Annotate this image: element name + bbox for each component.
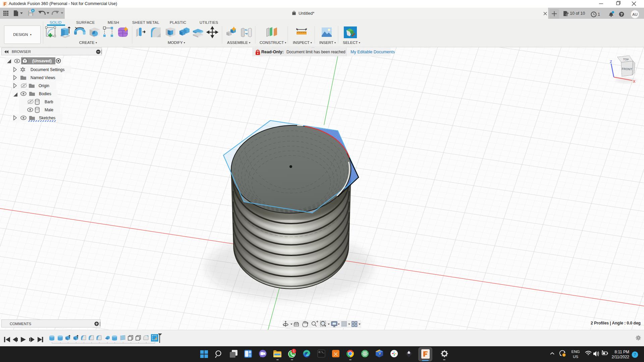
svg-text:Origin: Origin — [39, 83, 49, 88]
svg-text:TOP: TOP — [623, 57, 629, 61]
svg-text:Sketches: Sketches — [39, 116, 55, 120]
svg-text:Bodies: Bodies — [39, 92, 51, 96]
svg-text:?: ? — [621, 12, 623, 16]
svg-text:Named Views: Named Views — [31, 75, 55, 80]
svg-text:AU: AU — [632, 12, 637, 16]
svg-text:8:11 PM: 8:11 PM — [614, 350, 629, 354]
svg-text:ENG: ENG — [572, 350, 580, 354]
svg-text:Document Settings: Document Settings — [31, 67, 64, 72]
svg-text:Barb: Barb — [45, 100, 53, 104]
svg-text:1: 1 — [293, 349, 295, 353]
svg-text:1: 1 — [598, 12, 600, 17]
svg-text:BROWSER: BROWSER — [12, 50, 31, 54]
svg-text:⤫: ⤫ — [334, 352, 338, 357]
svg-text:Untitled*: Untitled* — [299, 11, 314, 16]
svg-text:FRONT: FRONT — [622, 67, 632, 71]
svg-text:COMMENTS: COMMENTS — [10, 322, 31, 326]
svg-text:7: 7 — [634, 353, 636, 357]
svg-text:C:\_: C:\_ — [319, 351, 325, 354]
svg-text:X: X — [633, 79, 636, 83]
svg-text:10 of 10: 10 of 10 — [570, 11, 585, 16]
svg-text:US: US — [573, 355, 578, 359]
svg-text:Z: Z — [610, 60, 612, 64]
svg-text:Male: Male — [45, 108, 53, 112]
svg-text:(Unsaved): (Unsaved) — [32, 59, 52, 63]
svg-text:2/11/2022: 2/11/2022 — [612, 355, 630, 359]
